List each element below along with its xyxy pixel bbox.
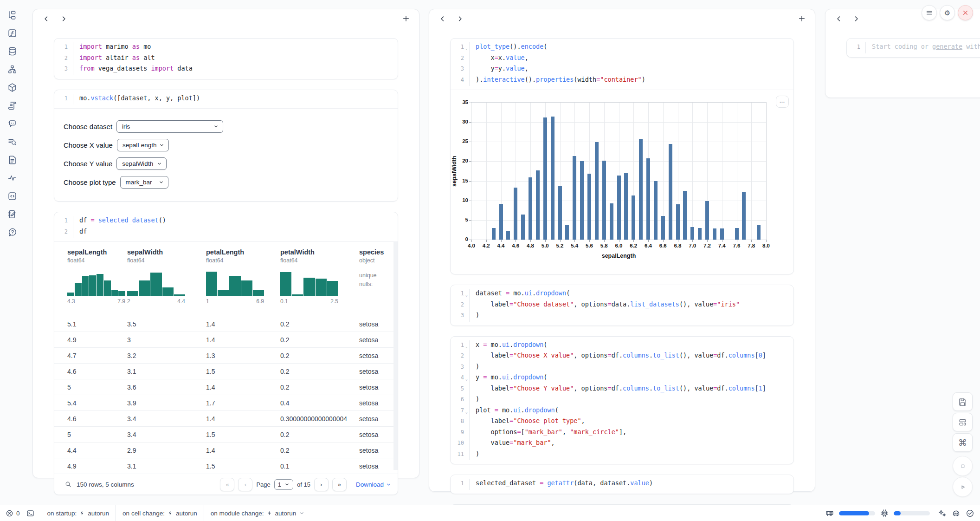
- column-header-sepalLength[interactable]: sepalLengthfloat644.37.9: [54, 248, 127, 316]
- stop-button[interactable]: [953, 456, 973, 476]
- code-editor[interactable]: 1⌄df = selected_dataset()2⌄df: [54, 212, 398, 241]
- code-cell-dataframe: 1⌄df = selected_dataset()2⌄dfsepalLength…: [54, 212, 398, 495]
- ai-assist-button[interactable]: [938, 509, 947, 518]
- snippets-icon[interactable]: [6, 190, 18, 202]
- column-header-petalWidth[interactable]: petalWidthfloat640.12.5: [280, 248, 359, 316]
- chart-bar: [602, 161, 606, 240]
- layout-toggle-button[interactable]: [953, 413, 973, 431]
- chevron-right-icon[interactable]: [455, 14, 464, 23]
- table-scrollbar[interactable]: [393, 242, 398, 470]
- documentation-icon[interactable]: [6, 154, 18, 165]
- connection-status-button[interactable]: [966, 509, 974, 518]
- chart-bar: [529, 177, 532, 240]
- chart-plot-area[interactable]: 4.04.24.44.64.85.05.25.45.65.86.06.26.46…: [471, 102, 767, 240]
- add-cell-button[interactable]: [401, 14, 411, 23]
- on-module-change-toggle[interactable]: on module change: autorun: [204, 510, 311, 517]
- code-editor[interactable]: 1⌄dataset = mo.ui.dropdown(2⌄ label="Cho…: [451, 285, 793, 326]
- table-cell: 3.1: [127, 368, 206, 375]
- chart-bar: [610, 203, 613, 240]
- generate-link[interactable]: generate: [932, 43, 962, 50]
- table-cell: 4.4: [54, 447, 127, 454]
- on-startup-toggle[interactable]: on startup: autorun: [41, 510, 116, 517]
- search-icon[interactable]: [64, 481, 72, 488]
- help-icon[interactable]: [6, 227, 18, 238]
- chevron-left-icon[interactable]: [41, 14, 51, 23]
- x-tick-label: 5.0: [537, 243, 553, 248]
- code-editor[interactable]: 1⌄import marimo as mo2⌄import altair as …: [54, 39, 398, 79]
- line-number: 3⌄: [54, 64, 73, 75]
- code-editor[interactable]: 1⌄selected_dataset = getattr(data, datas…: [451, 475, 793, 494]
- on-cell-change-toggle[interactable]: on cell change: autorun: [116, 510, 204, 517]
- code-line: 3⌄ y=y.value,: [451, 64, 793, 75]
- dropdown-select-mark_bar[interactable]: mark_bar: [120, 176, 168, 189]
- table-cell: 1.5: [206, 462, 280, 470]
- chart-bar: [698, 228, 702, 240]
- add-cell-button[interactable]: [797, 14, 806, 23]
- logs-icon[interactable]: [6, 100, 18, 111]
- dropdown-select-sepalLength[interactable]: sepalLength: [117, 139, 169, 151]
- table-cell: 5.1: [54, 320, 127, 328]
- scratchpad-icon[interactable]: [6, 208, 18, 220]
- last-page-button[interactable]: »: [332, 478, 347, 491]
- dropdown-select-sepalWidth[interactable]: sepalWidth: [116, 157, 167, 170]
- chevron-right-icon[interactable]: [59, 14, 68, 23]
- shutdown-button[interactable]: [958, 5, 973, 20]
- keyboard-shortcuts-button[interactable]: ⌘: [953, 433, 973, 452]
- axis-tick: [619, 240, 619, 242]
- settings-button[interactable]: ⚙: [940, 5, 955, 20]
- search-logs-icon[interactable]: [6, 136, 18, 147]
- bolt-icon: [168, 510, 173, 516]
- datasources-icon[interactable]: [6, 46, 18, 57]
- chevron-left-icon[interactable]: [834, 14, 843, 23]
- table-cell: 3: [127, 336, 206, 344]
- gridline: [471, 142, 766, 142]
- middle-cells-container: 1⌄plot_type().encode(2⌄ x=x.value,3⌄ y=y…: [429, 28, 815, 521]
- code-line: 4⌄).interactive().properties(width="cont…: [451, 75, 793, 86]
- packages-icon[interactable]: [6, 82, 18, 93]
- dependencies-icon[interactable]: [6, 64, 18, 75]
- chart-options-button[interactable]: •••: [776, 96, 789, 108]
- x-tick-label: 6.6: [655, 243, 671, 248]
- column-range: 24.4: [127, 298, 185, 305]
- middle-column-header: [429, 9, 815, 28]
- save-button[interactable]: [953, 392, 973, 411]
- chevron-left-icon[interactable]: [438, 14, 447, 23]
- chatbot-button[interactable]: [952, 509, 961, 518]
- chat-icon[interactable]: [6, 118, 18, 129]
- first-page-button[interactable]: «: [220, 478, 234, 491]
- tracing-icon[interactable]: [6, 172, 18, 183]
- code-text: label="Choose dataset", options=data.lis…: [470, 300, 740, 311]
- page-select[interactable]: 1: [274, 479, 293, 490]
- table-cell: 1.4: [206, 320, 280, 328]
- menu-button[interactable]: [922, 5, 937, 20]
- run-button[interactable]: [953, 477, 973, 497]
- chevron-right-icon[interactable]: [851, 14, 861, 23]
- dropdown-controls-output: Choose datasetirisChoose X valuesepalLen…: [54, 108, 398, 201]
- axis-tick: [469, 240, 471, 240]
- column-header-petalLength[interactable]: petalLengthfloat6416.9: [206, 248, 280, 316]
- code-editor[interactable]: 1⌄x = mo.ui.dropdown(2⌄ label="Choose X …: [451, 337, 793, 464]
- dropdown-select-iris[interactable]: iris: [116, 120, 223, 133]
- chart-bar: [624, 173, 628, 240]
- table-cell: 0.2: [280, 352, 359, 359]
- error-count-button[interactable]: 0: [6, 509, 20, 517]
- table-cell: 1.4: [206, 336, 280, 344]
- terminal-button[interactable]: [26, 509, 34, 517]
- code-editor[interactable]: 1⌄mo.vstack([dataset, x, y, plot]): [54, 90, 398, 109]
- column-header-species[interactable]: speciesobjectuniquenulls:: [359, 248, 398, 316]
- next-page-button[interactable]: ›: [314, 478, 329, 491]
- code-editor[interactable]: 1⌄plot_type().encode(2⌄ x=x.value,3⌄ y=y…: [451, 39, 793, 90]
- file-explorer-icon[interactable]: [6, 9, 18, 20]
- table-cell: 0.30000000000000004: [280, 415, 359, 423]
- axis-tick: [469, 142, 471, 142]
- table-cell: 0.2: [280, 368, 359, 375]
- code-text: label="Choose plot type",: [470, 417, 585, 428]
- column-header-sepalWidth[interactable]: sepalWidthfloat6424.4: [127, 248, 206, 316]
- code-line: 1⌄dataset = mo.ui.dropdown(: [451, 289, 793, 300]
- ram-icon: [825, 509, 834, 517]
- download-button[interactable]: Download: [356, 481, 391, 488]
- functions-icon[interactable]: [6, 27, 18, 39]
- code-editor[interactable]: 1⌄ Start coding or generate with: [847, 39, 980, 57]
- prev-page-button[interactable]: ‹: [238, 478, 252, 491]
- table-cell: 0.2: [280, 431, 359, 438]
